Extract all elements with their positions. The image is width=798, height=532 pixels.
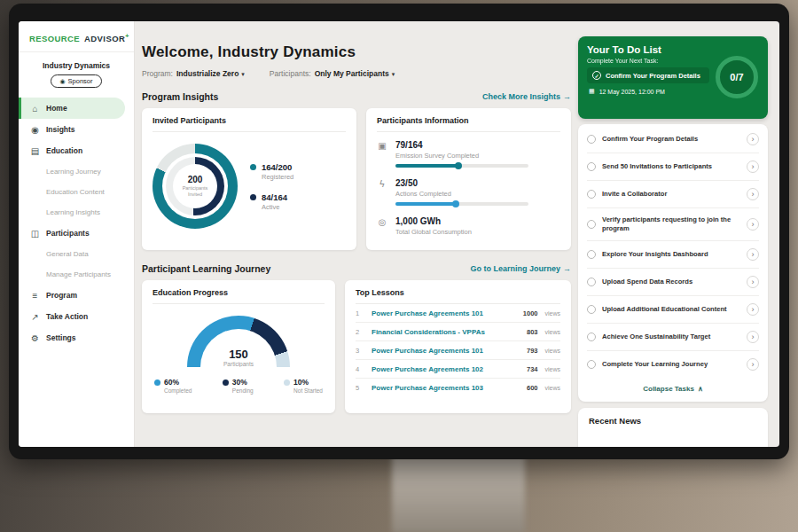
program-insights-header: Program Insights Check More Insights→ [142,91,571,102]
chevron-right-icon[interactable]: › [747,358,759,371]
program-select-label: Program: [142,69,173,78]
consumption-icon: ◎ [377,217,387,236]
program-select-value: Industrialize Zero [176,69,239,78]
org-name: Industry Dynamics [19,61,134,70]
take-action-icon: ↗ [30,312,40,322]
participants-select[interactable]: Participants:Only My Participants▾ [270,69,395,78]
task-row-7[interactable]: Upload Additional Educational Content › [587,296,759,324]
lesson-row-3[interactable]: 3 Power Purchase Agreements 101 793 view… [356,341,560,360]
gauge-center-value: 150 [187,348,290,361]
filters: Program:Industrialize Zero▾ Participants… [142,69,571,78]
sidebar-item-manage-participants[interactable]: Manage Participants [19,264,134,285]
sidebar-item-home[interactable]: ⌂ Home [19,98,125,119]
invited-participants-card: Invited Participants 200 Participants In… [142,108,356,250]
chevron-right-icon[interactable]: › [747,218,759,231]
chevron-down-icon: ▾ [392,71,395,77]
chevron-right-icon[interactable]: › [747,160,759,173]
invited-legend: 164/200 Registered 84/164 Active [250,162,293,211]
task-checkbox[interactable] [587,360,596,369]
check-more-insights-link[interactable]: Check More Insights→ [482,92,571,101]
chevron-right-icon[interactable]: › [747,248,759,261]
task-row-4[interactable]: Verify participants requesting to join t… [587,208,759,241]
collapse-caret-icon: ∧ [698,385,703,393]
lesson-row-2[interactable]: 2 Financial Considerations - VPPAs 803 v… [356,323,560,341]
sidebar-item-general-data[interactable]: General Data [19,244,134,264]
participants-icon: ◫ [30,229,40,239]
sponsor-label: Sponsor [68,77,93,85]
sidebar-item-insights[interactable]: ◉ Insights [19,119,134,140]
sidebar-item-take-action[interactable]: ↗ Take Action [19,306,134,327]
task-row-2[interactable]: Send 50 Invitations to Participants › [587,153,759,181]
sidebar-item-education-content[interactable]: Education Content [19,182,134,202]
insights-icon: ◉ [30,125,40,135]
task-row-1[interactable]: Confirm Your Program Details › [587,126,759,153]
lesson-row-1[interactable]: 1 Power Purchase Agreements 101 1000 vie… [356,304,560,323]
task-checkbox[interactable] [587,190,596,199]
sponsor-icon: ◉ [59,78,65,85]
task-checkbox[interactable] [587,220,596,229]
sidebar-item-program[interactable]: ≡ Program [19,285,134,306]
todo-title: Your To Do List [587,44,759,55]
emission-progress-bar [395,164,528,168]
sidebar-item-education[interactable]: ▤ Education [19,140,134,161]
task-row-9[interactable]: Complete Your Learning Journey › [587,351,759,378]
registered-dot-icon [250,164,256,170]
not-started-dot-icon [284,379,290,386]
participants-information-title: Participants Information [377,116,560,132]
task-checkbox[interactable] [587,135,596,144]
sponsor-badge[interactable]: ◉ Sponsor [51,74,102,88]
check-icon: ✓ [592,71,601,80]
task-checkbox[interactable] [587,305,596,314]
sidebar-item-participants[interactable]: ◫ Participants [19,223,134,244]
todo-progress-value: 0/7 [730,72,743,82]
monitor-bezel: RESOURCE ADVISOR+ Industry Dynamics ◉ Sp… [9,4,789,459]
stat-global-consumption: ◎ 1,000 GWh Total Global Consumption [377,216,560,236]
brand-plus: + [125,33,129,39]
stat-actions-completed: ϟ 23/50 Actions Completed [377,178,560,206]
sidebar-nav: ⌂ Home ◉ Insights ▤ Education Learning J… [19,98,134,348]
donut-center-value: 200 [188,175,203,184]
actions-icon: ϟ [377,179,387,206]
brand-resource: RESOURCE [29,34,80,43]
donut-center-label: Participants Invited [178,185,212,198]
arrow-right-icon: → [563,92,571,101]
calendar-icon: ▦ [589,88,595,95]
legend-active: 84/164 Active [250,192,293,211]
actions-progress-bar [395,202,528,206]
chevron-down-icon: ▾ [241,71,245,77]
task-row-5[interactable]: Explore Your Insights Dashboard › [587,241,759,269]
task-row-3[interactable]: Invite a Collaborator › [587,181,759,208]
collapse-tasks-button[interactable]: Collapse Tasks ∧ [587,378,759,400]
task-checkbox[interactable] [587,332,596,341]
chevron-right-icon[interactable]: › [747,303,759,316]
task-checkbox[interactable] [587,278,596,286]
participants-select-label: Participants: [270,69,311,78]
gauge-center-label: Participants [187,361,290,367]
task-checkbox[interactable] [587,162,596,171]
program-select[interactable]: Program:Industrialize Zero▾ [142,69,245,78]
chevron-right-icon[interactable]: › [747,276,759,288]
education-gauge: 150 Participants [187,316,290,367]
task-row-6[interactable]: Upload Spend Data Records › [587,269,759,296]
go-to-learning-journey-link[interactable]: Go to Learning Journey→ [470,264,571,273]
chevron-right-icon[interactable]: › [747,188,759,200]
task-row-8[interactable]: Achieve One Sustainability Target › [587,324,759,351]
legend-registered: 164/200 Registered [250,162,293,181]
sidebar-item-settings[interactable]: ⚙ Settings [19,327,134,348]
page-title: Welcome, Industry Dynamics [142,43,571,61]
chevron-right-icon[interactable]: › [747,133,759,145]
pending-dot-icon [223,379,229,386]
lesson-row-5[interactable]: 5 Power Purchase Agreements 103 600 view… [356,379,560,396]
education-progress-title: Education Progress [153,288,325,304]
recent-news-card: Recent News [578,408,768,447]
program-insights-title: Program Insights [142,91,218,102]
lesson-row-4[interactable]: 4 Power Purchase Agreements 102 734 view… [356,360,560,379]
chevron-right-icon[interactable]: › [747,331,759,343]
sidebar-item-learning-journey[interactable]: Learning Journey [19,161,134,182]
main-content: Welcome, Industry Dynamics Program:Indus… [142,21,571,413]
todo-card: Your To Do List Complete Your Next Task:… [578,36,768,119]
todo-progress-ring: 0/7 [716,56,758,98]
sidebar-item-learning-insights[interactable]: Learning Insights [19,202,134,223]
task-checkbox[interactable] [587,250,596,259]
todo-next-task[interactable]: ✓ Confirm Your Program Details [587,67,709,83]
